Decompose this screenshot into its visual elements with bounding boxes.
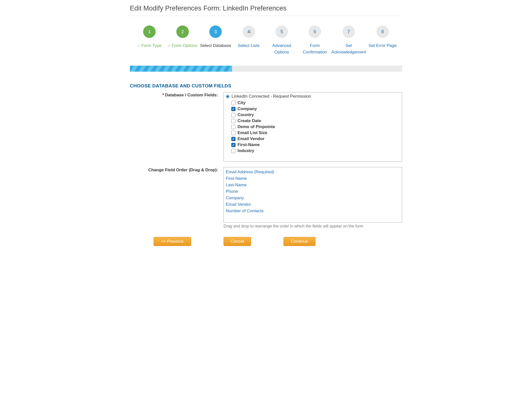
progress-bar — [130, 66, 402, 72]
field-order-item[interactable]: Company — [226, 195, 400, 201]
field-checkbox-row[interactable]: Email Vendor — [226, 136, 400, 142]
field-checkbox-label: Country — [238, 112, 254, 117]
checkbox[interactable] — [231, 101, 236, 105]
required-asterisk: * — [162, 93, 164, 97]
step-label: Select Database — [200, 42, 231, 49]
step-8[interactable]: 8Set Error Page — [366, 25, 399, 49]
step-label: Set Error Page — [369, 42, 397, 49]
field-order-item[interactable]: Phone — [226, 188, 400, 195]
field-checkbox-row[interactable]: Demo of Pinpointe — [226, 124, 400, 130]
field-order-box[interactable]: Email Address (Required)First-NameLast-N… — [224, 167, 402, 222]
checkbox[interactable] — [231, 137, 236, 141]
field-checkbox-label: Email Vendor — [238, 136, 265, 141]
database-fields-box[interactable]: LinkedIn Connected - Request Permission … — [224, 92, 402, 162]
database-radio-option[interactable]: LinkedIn Connected - Request Permission — [226, 94, 400, 99]
step-label: Form Confirmation — [298, 42, 331, 55]
checkbox[interactable] — [231, 119, 236, 123]
checkbox[interactable] — [231, 143, 236, 147]
step-circle: 5 — [275, 25, 288, 38]
step-circle: 6 — [308, 25, 321, 38]
button-row: << Previous Cancel Continue — [130, 237, 402, 246]
step-4[interactable]: 4Select Lists — [232, 25, 265, 49]
field-order-item[interactable]: Number of Contacts — [226, 208, 400, 214]
checkbox[interactable] — [231, 113, 236, 117]
step-circle: 7 — [342, 25, 355, 38]
field-checkbox-label: Demo of Pinpointe — [238, 124, 275, 129]
checkbox[interactable] — [231, 107, 236, 111]
field-order-item[interactable]: Email Vendor — [226, 201, 400, 208]
step-label: Advanced Options — [265, 42, 298, 55]
database-radio[interactable] — [226, 95, 230, 98]
field-checkbox-row[interactable]: Industry — [226, 148, 400, 154]
checkbox[interactable] — [231, 125, 236, 129]
continue-button[interactable]: Continue — [283, 237, 315, 246]
step-circle: 2 — [176, 25, 189, 38]
progress-fill — [130, 66, 232, 72]
cancel-button[interactable]: Cancel — [224, 237, 251, 246]
check-icon: ✓ — [168, 43, 171, 48]
field-checkbox-row[interactable]: Company — [226, 106, 400, 112]
field-order-item[interactable]: First-Name — [226, 175, 400, 182]
check-icon: ✓ — [137, 43, 140, 48]
step-1[interactable]: 1✓Form Type — [133, 25, 166, 49]
wizard-steps: 1✓Form Type2✓Form Options3Select Databas… — [130, 25, 402, 55]
field-checkbox-label: First-Name — [238, 142, 260, 147]
field-checkbox-label: Email List Size — [238, 130, 267, 135]
drag-drop-hint: Drag and drop to rearrange the order in … — [224, 224, 402, 228]
step-label: Set Acknowledgement — [331, 42, 366, 55]
checkbox[interactable] — [231, 131, 236, 135]
step-3[interactable]: 3Select Database — [199, 25, 232, 49]
field-checkbox-label: Create Date — [238, 118, 261, 123]
step-label: Select Lists — [238, 42, 260, 49]
step-label: ✓Form Options — [168, 42, 197, 49]
field-checkbox-row[interactable]: First-Name — [226, 142, 400, 148]
step-5[interactable]: 5Advanced Options — [265, 25, 298, 55]
step-circle: 8 — [376, 25, 389, 38]
page-title: Edit Modify Preferences Form: LinkedIn P… — [130, 0, 402, 16]
field-checkbox-row[interactable]: Email List Size — [226, 130, 400, 136]
field-checkbox-row[interactable]: Country — [226, 112, 400, 118]
step-circle: 3 — [209, 25, 222, 38]
checkbox[interactable] — [231, 149, 236, 153]
step-6[interactable]: 6Form Confirmation — [298, 25, 331, 55]
field-checkbox-row[interactable]: Create Date — [226, 118, 400, 124]
change-order-label: Change Field Order (Drag & Drop): — [130, 167, 224, 173]
step-7[interactable]: 7Set Acknowledgement — [331, 25, 366, 55]
section-title: Choose Database and Custom Fields — [130, 83, 402, 89]
step-circle: 1 — [143, 25, 156, 38]
database-radio-label: LinkedIn Connected - Request Permission — [232, 94, 311, 99]
previous-button[interactable]: << Previous — [154, 237, 191, 246]
field-checkbox-row[interactable]: City — [226, 100, 400, 106]
field-checkbox-label: City — [238, 100, 246, 105]
db-fields-label: *Database / Custom Fields: — [130, 92, 224, 98]
step-2[interactable]: 2✓Form Options — [166, 25, 199, 49]
field-checkbox-label: Industry — [238, 148, 254, 153]
field-order-item[interactable]: Email Address (Required) — [226, 169, 400, 175]
step-label: ✓Form Type — [137, 42, 162, 49]
field-checkbox-label: Company — [238, 106, 257, 111]
field-order-item[interactable]: Last-Name — [226, 182, 400, 188]
step-circle: 4 — [243, 25, 255, 38]
